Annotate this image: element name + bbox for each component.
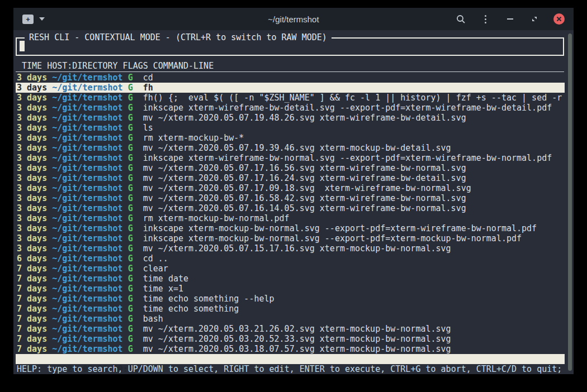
history-row[interactable]: 7 days~/git/termshotGmv ~/xterm.2020.05.…: [16, 344, 565, 354]
row-command: clear: [143, 264, 168, 274]
history-row[interactable]: 3 days~/git/termshotGmv ~/xterm.2020.05.…: [16, 243, 565, 254]
row-flags: G: [128, 193, 133, 203]
history-row[interactable]: 3 days~/git/termshotGmv ~/xterm.2020.05.…: [16, 113, 565, 123]
row-host-directory: ~/git/termshot: [52, 123, 122, 133]
close-button[interactable]: [553, 13, 565, 25]
history-row[interactable]: 7 days~/git/termshotGbash: [16, 314, 565, 324]
row-host-directory: ~/git/termshot: [52, 274, 122, 284]
history-row[interactable]: 7 days~/git/termshotGclear: [16, 264, 565, 274]
minimize-button[interactable]: [504, 13, 515, 25]
restore-window-icon: [531, 15, 538, 23]
row-host-directory: ~/git/termshot: [52, 233, 122, 243]
row-time: 7 days: [17, 264, 47, 274]
restore-button[interactable]: [529, 13, 540, 25]
row-flags: G: [128, 113, 133, 123]
menu-button[interactable]: [480, 13, 491, 25]
help-bar: HELP: type to search, UP/DOWN to select,…: [17, 364, 574, 374]
history-row-selected[interactable]: 3 days~/git/termshotGfh: [16, 83, 565, 93]
row-command: inkscape xterm-wireframe-bw-detail.svg -…: [143, 103, 552, 113]
history-row[interactable]: 7 days~/git/termshotGmv ~/xterm.2020.05.…: [16, 334, 565, 344]
minimize-icon: [507, 18, 513, 20]
history-row[interactable]: 3 days~/git/termshotGmv ~/xterm.2020.05.…: [16, 183, 565, 193]
row-flags: G: [128, 314, 133, 324]
history-row[interactable]: 7 days~/git/termshotGtime echo something…: [16, 294, 565, 304]
row-time: 3 days: [17, 243, 47, 254]
row-time: 3 days: [17, 73, 47, 83]
search-button[interactable]: [455, 13, 466, 25]
history-row[interactable]: 3 days~/git/termshotGinkscape xterm-wire…: [16, 153, 565, 163]
history-row[interactable]: 3 days~/git/termshotGcd: [16, 73, 565, 83]
history-row[interactable]: 3 days~/git/termshotGmv ~/xterm.2020.05.…: [16, 203, 565, 213]
history-rows: 3 days~/git/termshotGcd3 days~/git/terms…: [16, 73, 565, 354]
history-row[interactable]: 3 days~/git/termshotGmv ~/xterm.2020.05.…: [16, 193, 565, 203]
row-time: 3 days: [17, 193, 47, 203]
row-time: 3 days: [17, 93, 47, 103]
row-host-directory: ~/git/termshot: [52, 113, 122, 123]
row-time: 3 days: [17, 113, 47, 123]
row-host-directory: ~/git/termshot: [52, 213, 122, 223]
row-flags: G: [128, 274, 133, 284]
close-x-icon: [556, 16, 562, 22]
row-flags: G: [128, 133, 133, 143]
row-time: 7 days: [17, 274, 47, 284]
scrollbar-thumb[interactable]: [568, 34, 572, 371]
row-command: mv ~/xterm.2020.05.07.17.16.24.svg xterm…: [143, 173, 466, 183]
search-query-box[interactable]: RESH CLI - CONTEXTUAL MODE - (CTRL+R to …: [16, 37, 564, 56]
history-row[interactable]: 7 days~/git/termshotGtime x=1: [16, 284, 565, 294]
row-command: fh: [143, 83, 153, 93]
row-flags: G: [128, 324, 133, 334]
new-tab-button[interactable]: +: [22, 15, 34, 24]
history-row[interactable]: 3 days~/git/termshotGfh() {; eval $( ([ …: [16, 93, 565, 103]
row-host-directory: ~/git/termshot: [52, 344, 122, 354]
row-command: inkscape xterm-wireframe-bw-normal.svg -…: [143, 153, 552, 163]
row-host-directory: ~/git/termshot: [52, 254, 122, 264]
row-command: mv ~/xterm.2020.05.03.21.26.02.svg xterm…: [143, 324, 451, 334]
row-host-directory: ~/git/termshot: [52, 264, 122, 274]
row-flags: G: [128, 334, 133, 344]
row-flags: G: [128, 73, 133, 83]
row-command: rm xterm-mockup-bw-*: [143, 133, 244, 143]
history-row[interactable]: 7 days~/git/termshotGmv ~/xterm.2020.05.…: [16, 324, 565, 334]
history-row[interactable]: 3 days~/git/termshotGinkscape xterm-mock…: [16, 233, 565, 243]
history-row[interactable]: 7 days~/git/termshotGtime date: [16, 274, 565, 284]
history-row[interactable]: 3 days~/git/termshotGls: [16, 123, 565, 133]
row-command: time echo something --help: [143, 294, 274, 304]
row-time: 7 days: [17, 344, 47, 354]
row-time: 7 days: [17, 324, 47, 334]
row-time: 3 days: [17, 183, 47, 193]
row-host-directory: ~/git/termshot: [52, 73, 122, 83]
row-command: mv ~/xterm.2020.05.07.16.58.42.svg xterm…: [143, 193, 466, 203]
row-host-directory: ~/git/termshot: [52, 223, 122, 233]
history-row[interactable]: 3 days~/git/termshotGinkscape xterm-wire…: [16, 103, 565, 113]
search-icon: [456, 15, 466, 24]
history-row[interactable]: 3 days~/git/termshotGmv ~/xterm.2020.05.…: [16, 143, 565, 153]
terminal-content: RESH CLI - CONTEXTUAL MODE - (CTRL+R to …: [13, 30, 574, 374]
row-time: 3 days: [17, 163, 47, 173]
chevron-down-icon[interactable]: [39, 17, 45, 21]
row-time: 3 days: [17, 133, 47, 143]
history-row[interactable]: 3 days~/git/termshotGrm xterm-mockup-bw-…: [16, 213, 565, 223]
row-flags: G: [128, 213, 133, 223]
row-time: 3 days: [17, 233, 47, 243]
row-host-directory: ~/git/termshot: [52, 143, 122, 153]
row-command: mv ~/xterm.2020.05.03.18.07.57.svg xterm…: [143, 344, 451, 354]
row-command: mv ~/xterm.2020.05.07.19.39.46.svg xterm…: [143, 143, 451, 153]
history-row[interactable]: 3 days~/git/termshotGinkscape xterm-mock…: [16, 223, 565, 233]
row-flags: G: [128, 183, 133, 193]
history-row[interactable]: 7 days~/git/termshotGtime echo something: [16, 304, 565, 314]
history-row[interactable]: 3 days~/git/termshotGmv ~/xterm.2020.05.…: [16, 173, 565, 183]
row-command: rm xterm-mockup-bw-normal.pdf: [143, 213, 290, 223]
history-row[interactable]: 6 days~/git/termshotGcd ..: [16, 254, 565, 264]
row-flags: G: [128, 233, 133, 243]
history-row[interactable]: 3 days~/git/termshotGmv ~/xterm.2020.05.…: [16, 163, 565, 173]
history-row[interactable]: 3 days~/git/termshotGrm xterm-mockup-bw-…: [16, 133, 565, 143]
row-flags: G: [128, 284, 133, 294]
row-time: 3 days: [17, 213, 47, 223]
mode-banner: RESH CLI - CONTEXTUAL MODE - (CTRL+R to …: [25, 32, 332, 42]
row-host-directory: ~/git/termshot: [52, 163, 122, 173]
row-time: 3 days: [17, 223, 47, 233]
row-flags: G: [128, 203, 133, 213]
row-host-directory: ~/git/termshot: [52, 304, 122, 314]
row-host-directory: ~/git/termshot: [52, 334, 122, 344]
row-command: bash: [143, 314, 163, 324]
